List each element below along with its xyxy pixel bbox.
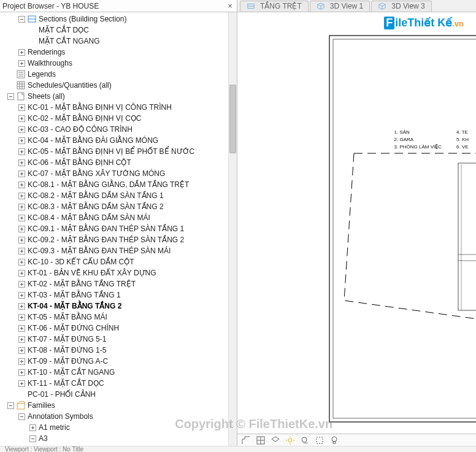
- lightbulb-icon[interactable]: [329, 435, 339, 445]
- tab-tang-tret[interactable]: TẦNG TRỆT: [240, 1, 309, 12]
- tree-item[interactable]: KT-03 - MẶT BẰNG TẦNG 1: [0, 289, 237, 301]
- expand-icon[interactable]: [18, 226, 25, 232]
- tree-item[interactable]: A3: [0, 433, 237, 444]
- tree-item[interactable]: PC-01 - PHỐI CẢNH: [0, 389, 237, 400]
- expand-icon[interactable]: [29, 424, 36, 431]
- tree-item[interactable]: Renderings: [0, 47, 237, 58]
- tree-item[interactable]: KT-10 - MẶT CẮT NGANG: [0, 367, 237, 378]
- tree-item[interactable]: KT-02 - MẶT BẰNG TẦNG TRỆT: [0, 278, 237, 289]
- tree-item[interactable]: KC-10 - 3D KẾT CẤU DẦM CỘT: [0, 256, 237, 267]
- visual-style-icon[interactable]: [271, 435, 280, 445]
- expand-icon[interactable]: [18, 347, 25, 354]
- collapse-icon[interactable]: [7, 93, 14, 100]
- drawing-viewport[interactable]: FileThiết Kế.vn 1. SÂN 2. GARA 3. PHÒNG …: [237, 12, 476, 439]
- expand-icon[interactable]: [18, 369, 25, 376]
- expand-icon[interactable]: [18, 248, 25, 255]
- expand-icon[interactable]: [18, 259, 25, 266]
- scrollbar[interactable]: [228, 12, 237, 446]
- shadows-icon[interactable]: [300, 435, 310, 445]
- tree-item[interactable]: KC-08.3 - MẶT BẰNG DẦM SÀN TẦNG 2: [0, 201, 237, 212]
- tree-item[interactable]: KC-05 - MẶT BẰNG ĐỊNH VỊ BỂ PHỐT BỂ NƯỚC: [0, 146, 237, 157]
- tree-item[interactable]: MẶT CẮT DỌC: [0, 25, 237, 36]
- drawing-canvas: [237, 12, 476, 439]
- expand-icon[interactable]: [18, 281, 25, 288]
- expand-icon[interactable]: [18, 325, 25, 332]
- tree-item[interactable]: KC-09.2 - MẶT BẰNG ĐAN THÉP SÀN TẦNG 2: [0, 234, 237, 245]
- tree-item[interactable]: MẶT CẮT NGANG: [0, 36, 237, 47]
- tree-item[interactable]: KC-08.2 - MẶT BẰNG DẦM SÀN TẦNG 1: [0, 190, 237, 201]
- tree-item[interactable]: KC-03 - CAO ĐỘ CÔNG TRÌNH: [0, 124, 237, 135]
- tree-item[interactable]: Annotation Symbols: [0, 411, 237, 422]
- tree-item-label: KT-05 - MẶT BẰNG MÁI: [28, 313, 107, 321]
- expand-icon[interactable]: [18, 115, 25, 122]
- tree-item[interactable]: KT-08 - MẶT ĐỨNG 1-5: [0, 345, 237, 356]
- panel-title: Project Browser - YB HOUSE: [2, 2, 226, 10]
- expand-icon[interactable]: [18, 204, 25, 210]
- expand-icon[interactable]: [18, 170, 25, 177]
- status-strip: Viewport : Viewport : No Title: [0, 446, 476, 452]
- tree-item[interactable]: KC-02 - MẶT BẰNG ĐỊNH VỊ CỌC: [0, 113, 237, 124]
- expand-icon[interactable]: [18, 380, 25, 387]
- tree-item-label: A3: [39, 434, 48, 443]
- expand-icon[interactable]: [18, 60, 25, 67]
- expand-icon[interactable]: [18, 303, 25, 310]
- expand-icon[interactable]: [18, 148, 25, 155]
- tree-item[interactable]: KT-11 - MẶT CẮT DỌC: [0, 378, 237, 389]
- sun-path-icon[interactable]: [285, 435, 295, 445]
- tree-item-label: Annotation Symbols: [28, 412, 93, 421]
- scrollbar-thumb[interactable]: [229, 85, 236, 153]
- tree-item-label: Schedules/Quantities (all): [28, 81, 112, 90]
- expand-icon[interactable]: [18, 49, 25, 56]
- tree-item[interactable]: KC-06 - MẶT BẰNG ĐỊNH CỘT: [0, 157, 237, 168]
- collapse-icon[interactable]: [29, 435, 36, 442]
- tree-item-label: KT-03 - MẶT BẰNG TẦNG 1: [28, 291, 121, 299]
- scale-icon[interactable]: [241, 435, 251, 445]
- collapse-icon[interactable]: [18, 413, 25, 420]
- tree-item[interactable]: KC-08.4 - MẶT BẰNG DẦM SÀN MÁI: [0, 212, 237, 223]
- tree-item[interactable]: KC-08.1 - MẶT BẰNG GIẰNG, DẦM TẦNG TRỆT: [0, 179, 237, 190]
- tree-item[interactable]: Legends: [0, 69, 237, 80]
- expand-icon[interactable]: [18, 193, 25, 199]
- tree-item[interactable]: KT-04 - MẶT BẰNG TẦNG 2: [0, 301, 237, 312]
- detail-level-icon[interactable]: [256, 435, 266, 445]
- expand-icon[interactable]: [18, 270, 25, 277]
- tree-item[interactable]: KT-07 - MẶT ĐỨNG 5-1: [0, 334, 237, 345]
- project-tree[interactable]: Sections (Building Section)MẶT CẮT DỌCMẶ…: [0, 12, 237, 446]
- expand-icon[interactable]: [18, 358, 25, 365]
- tree-item[interactable]: KC-04 - MẶT BẰNG ĐÀI GIẰNG MÓNG: [0, 135, 237, 146]
- expand-icon[interactable]: [18, 126, 25, 133]
- collapse-icon[interactable]: [18, 16, 25, 23]
- tree-item[interactable]: Sheets (all): [0, 91, 237, 102]
- tree-item[interactable]: Schedules/Quantities (all): [0, 80, 237, 91]
- expand-icon[interactable]: [18, 159, 25, 166]
- crop-icon[interactable]: [315, 435, 324, 445]
- svg-rect-19: [329, 36, 476, 422]
- tree-item[interactable]: KC-07 - MẶT BẰNG XÂY TƯỜNG MÓNG: [0, 168, 237, 179]
- tree-item[interactable]: A1 metric: [0, 422, 237, 433]
- tree-item[interactable]: KT-09 - MẶT ĐỨNG A-C: [0, 356, 237, 367]
- tree-item[interactable]: KC-01 - MẶT BẰNG ĐỊNH VỊ CÔNG TRÌNH: [0, 102, 237, 113]
- tab-3d-view-3[interactable]: 3D View 3: [371, 1, 431, 12]
- tab-3d-view-1[interactable]: 3D View 1: [310, 1, 370, 12]
- tree-item[interactable]: Sections (Building Section): [0, 13, 237, 25]
- tree-item[interactable]: KC-09.3 - MẶT BẰNG ĐAN THÉP SÀN MÁI: [0, 245, 237, 256]
- expand-icon[interactable]: [18, 104, 25, 111]
- expand-icon[interactable]: [18, 314, 25, 321]
- expand-icon[interactable]: [18, 292, 25, 299]
- tree-item[interactable]: Walkthroughs: [0, 58, 237, 69]
- tree-item[interactable]: KT-01 - BẢN VẼ KHU ĐẤT XÂY DỰNG: [0, 267, 237, 278]
- tree-item[interactable]: KC-09.1 - MẶT BẰNG ĐAN THÉP SÀN TẦNG 1: [0, 223, 237, 234]
- expand-icon[interactable]: [18, 336, 25, 343]
- svg-rect-18: [17, 404, 25, 409]
- tree-item[interactable]: Families: [0, 400, 237, 411]
- tree-item[interactable]: KT-06 - MẶT ĐỨNG CHÍNH: [0, 323, 237, 334]
- tree-item-label: KC-02 - MẶT BẰNG ĐỊNH VỊ CỌC: [28, 114, 141, 123]
- tab-label: 3D View 1: [330, 2, 363, 10]
- collapse-icon[interactable]: [7, 402, 14, 409]
- expand-icon[interactable]: [18, 215, 25, 221]
- expand-icon[interactable]: [18, 137, 25, 144]
- expand-icon[interactable]: [18, 182, 25, 188]
- expand-icon[interactable]: [18, 237, 25, 243]
- tree-item[interactable]: KT-05 - MẶT BẰNG MÁI: [0, 312, 237, 323]
- close-icon[interactable]: ×: [226, 2, 234, 10]
